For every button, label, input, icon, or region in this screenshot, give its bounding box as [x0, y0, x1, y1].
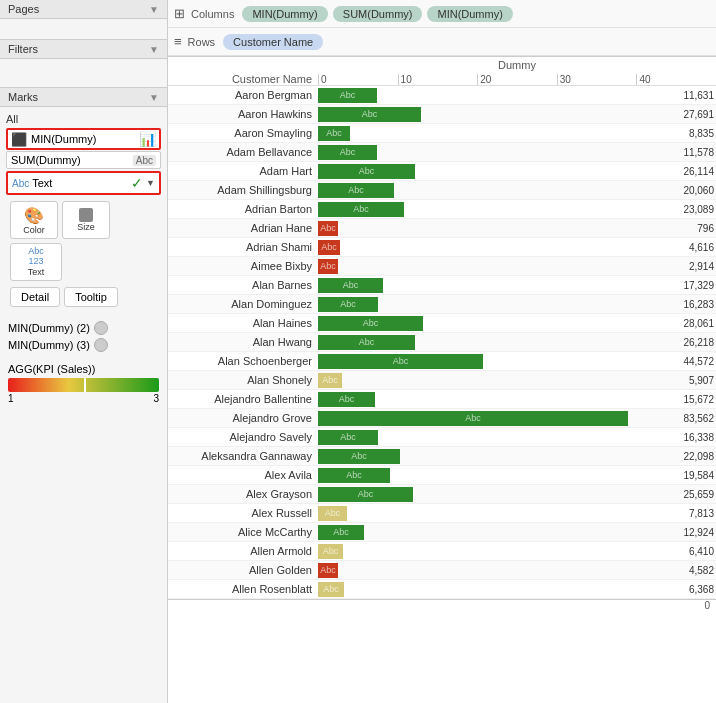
rows-pill[interactable]: Customer Name	[223, 34, 323, 50]
filters-label: Filters	[8, 43, 38, 55]
bar-abc-label: Abc	[329, 527, 353, 537]
bar-abc-label: Abc	[317, 242, 341, 252]
row-bar-area: Abc 2,914	[318, 257, 716, 275]
axis-tick-0: 0	[318, 74, 398, 85]
bar-value: 7,813	[689, 508, 714, 519]
size-button[interactable]: Size	[62, 201, 110, 239]
table-row: Alejandro Savely Abc 16,338	[168, 428, 716, 447]
rows-label: Rows	[188, 36, 216, 48]
bar-value: 4,616	[689, 242, 714, 253]
row-label: Adrian Hane	[168, 222, 318, 234]
bar-value: 83,562	[683, 413, 714, 424]
min-dummy-3-label: MIN(Dummy) (3)	[8, 339, 90, 351]
row-label: Aaron Smayling	[168, 127, 318, 139]
bar-segment: Abc	[318, 411, 628, 426]
bar-segment: Abc	[318, 240, 340, 255]
table-row: Allen Golden Abc 4,582	[168, 561, 716, 580]
bar-abc-label: Abc	[321, 508, 345, 518]
table-row: Adrian Barton Abc 23,089	[168, 200, 716, 219]
row-bar-area: Abc 4,616	[318, 238, 716, 256]
table-row: Aleksandra Gannaway Abc 22,098	[168, 447, 716, 466]
table-row: Adam Hart Abc 26,114	[168, 162, 716, 181]
row-bar-area: Abc 16,338	[318, 428, 716, 446]
bar-abc-label: Abc	[359, 318, 383, 328]
main-area: ⊞ Columns MIN(Dummy) SUM(Dummy) MIN(Dumm…	[168, 0, 716, 703]
bar-abc-label: Abc	[336, 147, 360, 157]
row-label: Aleksandra Gannaway	[168, 450, 318, 462]
row-label: Aaron Hawkins	[168, 108, 318, 120]
row-bar-area: Abc 16,283	[318, 295, 716, 313]
axis-tick-40: 40	[636, 74, 716, 85]
marks-sum-dummy-row[interactable]: SUM(Dummy) Abc	[6, 151, 161, 169]
min-dummy-3-row: MIN(Dummy) (3)	[8, 338, 159, 352]
marks-min-dummy-row[interactable]: ⬛ MIN(Dummy) 📊	[6, 128, 161, 150]
table-row: Adrian Shami Abc 4,616	[168, 238, 716, 257]
bar-segment: Abc	[318, 354, 483, 369]
marks-chevron: ▼	[149, 92, 159, 103]
row-label: Alan Haines	[168, 317, 318, 329]
table-row: Alejandro Grove Abc 83,562	[168, 409, 716, 428]
row-bar-area: Abc 12,924	[318, 523, 716, 541]
row-bar-area: Abc 27,691	[318, 105, 716, 123]
bar-segment: Abc	[318, 278, 383, 293]
row-label: Alex Grayson	[168, 488, 318, 500]
text-dropdown[interactable]: Abc Text ✓ ▼	[6, 171, 161, 195]
detail-button[interactable]: Detail	[10, 287, 60, 307]
kpi-legend: AGG(KPI (Sales)) 1 3	[0, 359, 167, 412]
bar-segment: Abc	[318, 506, 347, 521]
text-prop-button[interactable]: Abc123 Text	[10, 243, 62, 281]
row-bar-area: Abc 26,218	[318, 333, 716, 351]
bar-segment: Abc	[318, 582, 344, 597]
data-rows-container: Aaron Bergman Abc 11,631 Aaron Hawkins A…	[168, 86, 716, 599]
kpi-min: 1	[8, 393, 14, 404]
dummy2-icon	[94, 321, 108, 335]
chart-area[interactable]: Dummy Customer Name 0 10 20 30 40 Aaron …	[168, 57, 716, 703]
marks-section-header: Marks ▼	[0, 87, 167, 107]
columns-pill-2[interactable]: SUM(Dummy)	[333, 6, 423, 22]
table-row: Allen Rosenblatt Abc 6,368	[168, 580, 716, 599]
bar-abc-label: Abc	[355, 337, 379, 347]
bar-abc-label: Abc	[316, 223, 340, 233]
row-label: Adam Hart	[168, 165, 318, 177]
row-label: Adam Bellavance	[168, 146, 318, 158]
columns-pill-3[interactable]: MIN(Dummy)	[427, 6, 512, 22]
row-bar-area: Abc 26,114	[318, 162, 716, 180]
table-row: Allen Armold Abc 6,410	[168, 542, 716, 561]
min-dummy-bar-icon: 📊	[139, 131, 156, 147]
table-row: Adrian Hane Abc 796	[168, 219, 716, 238]
row-bar-area: Abc 7,813	[318, 504, 716, 522]
columns-pill-1[interactable]: MIN(Dummy)	[242, 6, 327, 22]
tooltip-button[interactable]: Tooltip	[64, 287, 118, 307]
dropdown-arrow-icon: ▼	[146, 178, 155, 188]
bar-value: 25,659	[683, 489, 714, 500]
kpi-max: 3	[153, 393, 159, 404]
bar-abc-label: Abc	[316, 261, 340, 271]
bar-value: 15,672	[683, 394, 714, 405]
row-label: Alan Schoenberger	[168, 355, 318, 367]
axis-title: Dummy	[318, 57, 716, 73]
bar-value: 22,098	[683, 451, 714, 462]
bar-abc-label: Abc	[342, 470, 366, 480]
left-panel: Pages ▼ Filters ▼ Marks ▼ All ⬛ MIN(Dumm…	[0, 0, 168, 703]
bar-value: 4,582	[689, 565, 714, 576]
row-bar-area: Abc 11,631	[318, 86, 716, 104]
bar-abc-label: Abc	[358, 109, 382, 119]
marks-label: Marks	[8, 91, 38, 103]
row-bar-area: Abc 17,329	[318, 276, 716, 294]
bar-abc-label: Abc	[355, 166, 379, 176]
row-bar-area: Abc 4,582	[318, 561, 716, 579]
table-row: Alan Barnes Abc 17,329	[168, 276, 716, 295]
bar-value: 19,584	[683, 470, 714, 481]
axis-tick-10: 10	[398, 74, 478, 85]
table-row: Alan Hwang Abc 26,218	[168, 333, 716, 352]
bar-value: 44,572	[683, 356, 714, 367]
bar-abc-label: Abc	[335, 394, 359, 404]
bar-segment: Abc	[318, 563, 338, 578]
bar-value: 26,114	[683, 166, 714, 177]
bar-value: 6,368	[689, 584, 714, 595]
bar-value: 23,089	[683, 204, 714, 215]
color-button[interactable]: 🎨 Color	[10, 201, 58, 239]
bottom-axis: 0	[168, 599, 716, 619]
bar-abc-label: Abc	[319, 584, 343, 594]
bar-value: 8,835	[689, 128, 714, 139]
